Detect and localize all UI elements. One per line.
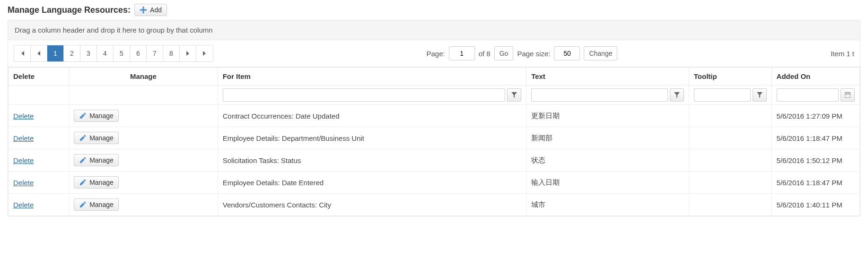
pager-prev[interactable]: [31, 45, 47, 61]
page-input[interactable]: [449, 46, 475, 60]
grid: Drag a column header and drop it here to…: [8, 20, 860, 216]
table-row: DeleteManageContract Occurrences: Date U…: [9, 105, 860, 127]
add-button-label: Add: [150, 6, 162, 14]
filter-icon: [511, 92, 517, 98]
col-header-text[interactable]: Text: [526, 68, 689, 86]
manage-button-label: Manage: [89, 201, 114, 208]
pencil-icon: [79, 179, 87, 186]
cell-foritem: Solicitation Tasks: Status: [218, 149, 526, 172]
table-row: DeleteManageEmployee Details: Department…: [9, 127, 860, 149]
cell-tooltip: [689, 127, 772, 149]
svg-rect-2: [845, 93, 850, 98]
col-header-tooltip[interactable]: Tooltip: [689, 68, 772, 86]
table-row: DeleteManageVendors/Customers Contacts: …: [9, 194, 860, 216]
pager-buttons: 1 2 3 4 5 6 7 8: [14, 45, 213, 62]
pencil-icon: [79, 112, 87, 120]
pencil-icon: [79, 201, 87, 208]
pager-first[interactable]: [14, 45, 31, 61]
cell-tooltip: [689, 149, 772, 172]
cell-foritem: Contract Occurrences: Date Updated: [218, 105, 526, 127]
filter-button-tooltip[interactable]: [753, 88, 767, 102]
cell-tooltip: [689, 172, 772, 194]
cell-text: 输入日期: [526, 172, 689, 194]
pager: 1 2 3 4 5 6 7 8 Page: of 8 Go: [8, 40, 860, 67]
pager-last[interactable]: [196, 45, 213, 61]
pager-page-3[interactable]: 3: [80, 45, 97, 61]
manage-button[interactable]: Manage: [74, 176, 119, 189]
pagesize-label: Page size:: [517, 50, 550, 58]
pager-page-2[interactable]: 2: [64, 45, 80, 61]
filter-row: [9, 86, 860, 105]
pager-page-4[interactable]: 4: [97, 45, 114, 61]
table-row: DeleteManageEmployee Details: Date Enter…: [9, 172, 860, 194]
add-button[interactable]: Add: [134, 4, 167, 16]
pencil-icon: [79, 134, 87, 142]
manage-button-label: Manage: [89, 112, 114, 120]
change-button[interactable]: Change: [584, 46, 617, 60]
page-of-text: of 8: [479, 50, 491, 58]
filter-button-text[interactable]: [670, 88, 684, 102]
filter-datepicker-addedon[interactable]: [841, 88, 855, 102]
manage-button-label: Manage: [89, 179, 114, 186]
filter-input-text[interactable]: [531, 88, 668, 102]
pager-page-5[interactable]: 5: [114, 45, 130, 61]
cell-tooltip: [689, 105, 772, 127]
cell-foritem: Employee Details: Department/Business Un…: [218, 127, 526, 149]
pagesize-input[interactable]: [554, 46, 580, 60]
group-panel[interactable]: Drag a column header and drop it here to…: [8, 20, 860, 40]
cell-text: 状态: [526, 149, 689, 172]
manage-button-label: Manage: [89, 134, 114, 142]
manage-button[interactable]: Manage: [74, 132, 119, 144]
filter-icon: [757, 92, 763, 98]
cell-foritem: Vendors/Customers Contacts: City: [218, 194, 526, 216]
col-header-manage[interactable]: Manage: [69, 68, 218, 86]
manage-button[interactable]: Manage: [74, 110, 119, 122]
delete-link[interactable]: Delete: [13, 179, 34, 187]
cell-addedon: 5/6/2016 1:18:47 PM: [772, 172, 859, 194]
cell-text: 城市: [526, 194, 689, 216]
plus-icon: [140, 6, 147, 14]
cell-addedon: 5/6/2016 1:40:11 PM: [772, 194, 859, 216]
page-title: Manage Language Resources:: [8, 5, 131, 15]
pager-page-7[interactable]: 7: [147, 45, 163, 61]
calendar-icon: [845, 92, 850, 98]
pager-page-6[interactable]: 6: [130, 45, 147, 61]
go-button[interactable]: Go: [494, 46, 514, 60]
pager-page-1[interactable]: 1: [47, 45, 64, 61]
pager-summary: Item 1 t: [831, 50, 854, 58]
col-header-delete[interactable]: Delete: [9, 68, 69, 86]
manage-button[interactable]: Manage: [74, 154, 119, 166]
cell-tooltip: [689, 194, 772, 216]
delete-link[interactable]: Delete: [13, 156, 34, 164]
pencil-icon: [79, 156, 87, 164]
cell-addedon: 5/6/2016 1:50:12 PM: [772, 149, 859, 172]
col-header-foritem[interactable]: For Item: [218, 68, 526, 86]
cell-addedon: 5/6/2016 1:27:09 PM: [772, 105, 859, 127]
manage-button[interactable]: Manage: [74, 198, 119, 211]
manage-button-label: Manage: [89, 156, 114, 164]
header-row: Delete Manage For Item Text Tooltip Adde…: [9, 68, 860, 86]
cell-addedon: 5/6/2016 1:18:47 PM: [772, 127, 859, 149]
delete-link[interactable]: Delete: [13, 134, 34, 142]
filter-input-tooltip[interactable]: [694, 88, 751, 102]
pager-next[interactable]: [180, 45, 196, 61]
filter-input-addedon[interactable]: [777, 88, 839, 102]
filter-input-foritem[interactable]: [223, 88, 505, 102]
cell-text: 新闻部: [526, 127, 689, 149]
filter-icon: [674, 92, 680, 98]
table-row: DeleteManageSolicitation Tasks: Status状态…: [9, 149, 860, 172]
cell-foritem: Employee Details: Date Entered: [218, 172, 526, 194]
delete-link[interactable]: Delete: [13, 112, 34, 120]
pager-page-8[interactable]: 8: [163, 45, 180, 61]
page-label: Page:: [426, 50, 445, 58]
cell-text: 更新日期: [526, 105, 689, 127]
delete-link[interactable]: Delete: [13, 201, 34, 209]
filter-button-foritem[interactable]: [507, 88, 521, 102]
col-header-addedon[interactable]: Added On: [772, 68, 859, 86]
